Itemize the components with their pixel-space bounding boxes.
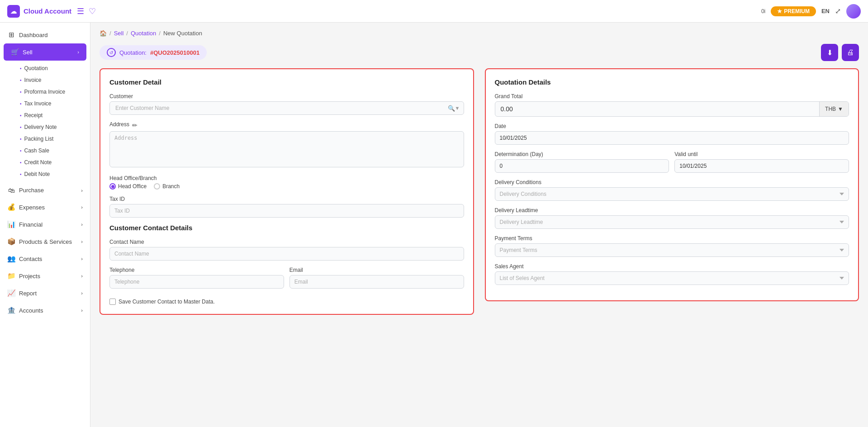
main-content: 🏠 / Sell / Quotation / New Quotation ↺ Q… [90,23,868,427]
customer-input[interactable] [114,102,448,114]
quotation-tag: ↺ Quotation: #QUO2025010001 [100,45,207,60]
telephone-email-row: Telephone Email [109,267,464,295]
download-button[interactable]: ⬇ [821,44,838,61]
currency-value: THB [825,106,836,112]
sidebar-item-accounts[interactable]: 🏦 Accounts › [0,302,90,319]
sidebar-sub-receipt[interactable]: Receipt [13,109,90,121]
customer-dropdown-arrow-icon: ▼ [455,105,460,111]
sell-chevron-icon: › [77,49,79,55]
grand-total-input[interactable] [495,102,820,116]
radio-group: Head Office Branch [109,183,464,190]
sell-icon: 🛒 [11,48,19,56]
sidebar-item-expenses[interactable]: 💰 Expenses › [0,199,90,216]
breadcrumb-quotation[interactable]: Quotation [131,30,156,37]
contact-name-input[interactable] [109,247,464,261]
favorites-icon[interactable]: ♡ [89,6,96,16]
quotation-details-title: Quotation Details [495,78,849,86]
fullscreen-icon[interactable]: ⤢ [835,7,841,15]
currency-dropdown-icon: ▼ [838,106,843,112]
logo-icon: ☁ [7,5,20,18]
radio-head-office-dot [109,183,116,190]
sidebar-label-products-services: Products & Services [19,238,72,245]
purchase-chevron-icon: › [81,188,83,193]
sidebar-sub-quotation[interactable]: Quotation [13,62,90,74]
sidebar-item-sell[interactable]: 🛒 Sell › [4,43,86,61]
quotation-number[interactable]: #QUO2025010001 [150,49,199,56]
sidebar-label-accounts: Accounts [19,307,43,314]
sidebar-sub-packing-list[interactable]: Packing List [13,133,90,145]
save-contact-checkbox[interactable] [109,299,116,305]
download-icon: ⬇ [827,48,833,57]
address-edit-icon[interactable]: ✏ [132,122,138,129]
sidebar-label-contacts: Contacts [19,256,42,262]
sidebar-label-purchase: Purchase [19,187,44,194]
customer-search-input[interactable]: 🔍 ▼ [109,101,464,115]
avatar[interactable] [846,4,861,19]
breadcrumb-sep3: / [159,30,161,37]
customer-detail-title: Customer Detail [109,78,464,86]
quotation-bar: ↺ Quotation: #QUO2025010001 ⬇ 🖨 [100,44,859,61]
tax-id-field-group: Tax ID [109,196,464,218]
quotation-label: Quotation: [119,49,147,56]
head-office-field-group: Head Office/Branch Head Office Branch [109,175,464,190]
notification-badge[interactable]: 0i [761,8,765,14]
radio-head-office[interactable]: Head Office [109,183,147,190]
determination-valid-row: Determination (Day) Valid until [495,151,849,179]
grand-total-field-group: Grand Total THB ▼ [495,93,849,117]
save-contact-checkbox-row[interactable]: Save Customer Contact to Master Data. [109,299,464,305]
sidebar-sub-proforma-invoice[interactable]: Proforma Invoice [13,86,90,98]
sales-agent-select[interactable]: List of Seles Agent [495,271,849,285]
menu-icon[interactable]: ☰ [77,6,84,16]
sidebar-sub-credit-note[interactable]: Credit Note [13,157,90,168]
delivery-leadtime-select[interactable]: Delivery Leadtime [495,215,849,229]
sidebar-item-products-services[interactable]: 📦 Products & Services › [0,233,90,250]
sidebar-sub-debit-note[interactable]: Debit Note [13,168,90,180]
sidebar-sub-tax-invoice[interactable]: Tax Invoice [13,98,90,109]
valid-until-field-group: Valid until [674,151,849,173]
email-input[interactable] [289,275,464,289]
expenses-icon: 💰 [7,203,15,211]
tax-id-label: Tax ID [109,196,464,202]
premium-button[interactable]: ★ PREMIUM [771,6,816,16]
currency-selector[interactable]: THB ▼ [819,102,849,116]
sidebar-item-financial[interactable]: 📊 Financial › [0,216,90,233]
radio-branch[interactable]: Branch [154,183,180,190]
sidebar-label-projects: Projects [19,273,40,280]
sidebar-item-purchase[interactable]: 🛍 Purchase › [0,182,90,199]
date-input[interactable] [495,131,849,145]
top-navbar: ☁ Cloud Account ☰ ♡ 0i ★ PREMIUM EN ⤢ [0,0,868,23]
sidebar-item-projects[interactable]: 📁 Projects › [0,267,90,285]
sidebar-item-report[interactable]: 📈 Report › [0,285,90,302]
email-field-group: Email [289,267,464,289]
home-icon[interactable]: 🏠 [100,30,107,37]
delivery-conditions-select[interactable]: Delivery Conditions [495,187,849,201]
customer-detail-panel: Customer Detail Customer 🔍 ▼ Address ✏ [100,68,474,315]
sidebar-sub-cash-sale[interactable]: Cash Sale [13,145,90,157]
products-icon: 📦 [7,237,15,246]
contact-details-title: Customer Contact Details [109,224,464,232]
sidebar-item-dashboard[interactable]: ⊞ Dashboard [0,26,90,43]
address-label: Address [109,121,129,128]
breadcrumb-sep2: / [126,30,128,37]
app-logo[interactable]: ☁ Cloud Account [7,5,71,18]
sidebar-item-contacts[interactable]: 👥 Contacts › [0,250,90,267]
address-textarea[interactable] [109,131,464,167]
date-label: Date [495,123,849,129]
valid-until-input[interactable] [674,159,849,173]
print-button[interactable]: 🖨 [842,44,859,61]
accounts-icon: 🏦 [7,306,15,314]
dashboard-icon: ⊞ [7,31,15,39]
breadcrumb-sep1: / [109,30,111,37]
breadcrumb-sell[interactable]: Sell [114,30,124,37]
sidebar-sub-invoice[interactable]: Invoice [13,74,90,86]
tax-id-input[interactable] [109,204,464,218]
quotation-icon: ↺ [107,48,116,57]
telephone-input[interactable] [109,275,284,289]
determination-input[interactable] [495,159,669,173]
language-selector[interactable]: EN [821,8,830,14]
contact-name-label: Contact Name [109,239,464,245]
sell-submenu: Quotation Invoice Proforma Invoice Tax I… [0,61,90,182]
delivery-leadtime-label: Delivery Leadtime [495,207,849,214]
sidebar-sub-delivery-note[interactable]: Delivery Note [13,121,90,133]
payment-terms-select[interactable]: Payment Terms [495,243,849,257]
